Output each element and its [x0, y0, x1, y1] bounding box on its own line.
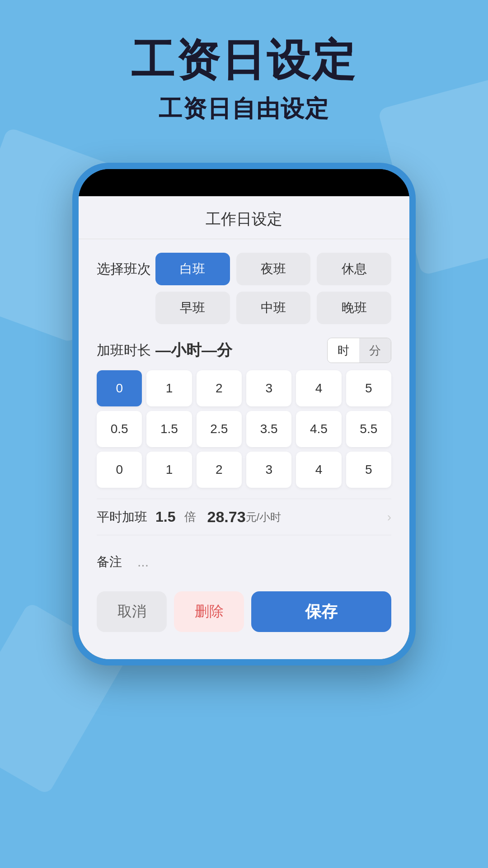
num-btn-3-3[interactable]: 3 [246, 452, 291, 488]
num-btn-05-2[interactable]: 0.5 [97, 411, 142, 447]
overtime-rate: 28.73 [207, 508, 245, 526]
overtime-multiplier-unit: 倍 [184, 509, 196, 525]
sub-title: 工资日自由设定 [0, 93, 488, 125]
num-btn-5-1[interactable]: 5 [346, 370, 391, 406]
overtime-section: 加班时长 —小时—分 时 分 0 1 2 3 [97, 338, 391, 488]
num-btn-0-1[interactable]: 0 [97, 370, 142, 406]
shift-btn-mid[interactable]: 中班 [236, 292, 311, 324]
phone-inner-frame: 工作日设定 选择班次 白班 夜班 休息 [79, 169, 409, 659]
num-btn-35-2[interactable]: 3.5 [246, 411, 291, 447]
num-btn-55-2[interactable]: 5.5 [346, 411, 391, 447]
num-btn-25-2[interactable]: 2.5 [197, 411, 242, 447]
screen-title: 工作日设定 [88, 209, 400, 230]
num-btn-0-3[interactable]: 0 [97, 452, 142, 488]
overtime-label: 加班时长 [97, 341, 155, 360]
shift-label: 选择班次 [97, 253, 155, 278]
num-btn-1-3[interactable]: 1 [146, 452, 192, 488]
app-content: 选择班次 白班 夜班 休息 早班 中班 晚班 [79, 239, 409, 659]
overtime-value: —小时—分 [155, 340, 327, 361]
save-button[interactable]: 保存 [251, 591, 391, 632]
shift-row-2: 早班 中班 晚班 [155, 292, 391, 324]
shift-btn-late[interactable]: 晚班 [317, 292, 391, 324]
main-title: 工资日设定 [0, 36, 488, 84]
phone-notch [79, 169, 409, 196]
number-grid: 0 1 2 3 4 5 0.5 1.5 2.5 3.5 4.5 5.5 [97, 370, 391, 488]
overtime-header: 加班时长 —小时—分 时 分 [97, 338, 391, 363]
overtime-info-row[interactable]: 平时加班 1.5 倍 28.73 元/小时 › [97, 499, 391, 535]
cancel-button[interactable]: 取消 [97, 591, 167, 632]
num-btn-1-1[interactable]: 1 [146, 370, 192, 406]
time-toggle: 时 分 [327, 338, 391, 363]
shift-btn-early[interactable]: 早班 [155, 292, 230, 324]
bottom-buttons: 取消 删除 保存 [97, 587, 391, 646]
num-btn-2-1[interactable]: 2 [197, 370, 242, 406]
app-header: 工作日设定 [79, 196, 409, 239]
chevron-right-icon: › [387, 510, 391, 524]
notes-value[interactable]: ... [137, 554, 149, 570]
toggle-min[interactable]: 分 [359, 338, 391, 363]
shift-btn-rest[interactable]: 休息 [317, 253, 391, 285]
phone-mockup: 工作日设定 选择班次 白班 夜班 休息 [72, 163, 416, 665]
shift-btn-day[interactable]: 白班 [155, 253, 230, 285]
overtime-multiplier: 1.5 [155, 509, 175, 525]
toggle-hour[interactable]: 时 [328, 338, 359, 363]
phone-outer-frame: 工作日设定 选择班次 白班 夜班 休息 [72, 163, 416, 665]
num-btn-3-1[interactable]: 3 [246, 370, 291, 406]
num-btn-4-1[interactable]: 4 [296, 370, 341, 406]
num-btn-5-3[interactable]: 5 [346, 452, 391, 488]
shift-row-1: 白班 夜班 休息 [155, 253, 391, 285]
overtime-info-label: 平时加班 [97, 509, 155, 526]
num-btn-15-2[interactable]: 1.5 [146, 411, 192, 447]
num-btn-45-2[interactable]: 4.5 [296, 411, 341, 447]
delete-button[interactable]: 删除 [174, 591, 244, 632]
num-btn-2-3[interactable]: 2 [197, 452, 242, 488]
notes-row: 备注 ... [97, 546, 391, 578]
notes-label: 备注 [97, 553, 137, 571]
shift-buttons-group: 白班 夜班 休息 早班 中班 晚班 [155, 253, 391, 324]
header-area: 工资日设定 工资日自由设定 [0, 0, 488, 125]
num-btn-4-3[interactable]: 4 [296, 452, 341, 488]
phone-screen: 工作日设定 选择班次 白班 夜班 休息 [79, 196, 409, 659]
shift-btn-night[interactable]: 夜班 [236, 253, 311, 285]
overtime-rate-unit: 元/小时 [246, 510, 387, 524]
shift-section: 选择班次 白班 夜班 休息 早班 中班 晚班 [97, 253, 391, 324]
